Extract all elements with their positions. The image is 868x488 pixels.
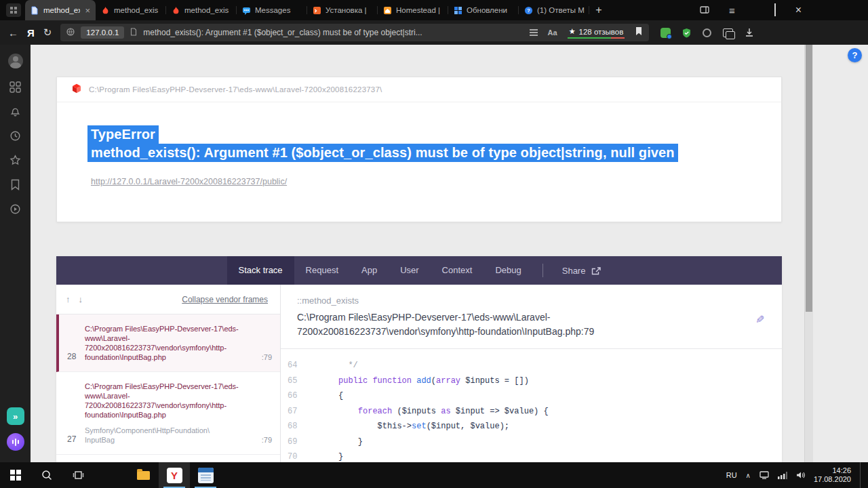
tab-request[interactable]: Request xyxy=(294,256,350,285)
page-scrollbar[interactable] xyxy=(804,45,813,462)
tab-stack-trace[interactable]: Stack trace xyxy=(227,256,294,285)
extension-green-icon[interactable] xyxy=(660,28,671,38)
start-button[interactable] xyxy=(0,462,31,488)
frame-file-path: C:\Program Files\EasyPHP-Devserver-17\ed… xyxy=(297,310,663,339)
browser-tab[interactable]: method_exis xyxy=(96,0,166,20)
help-button[interactable]: ? xyxy=(848,48,862,62)
tab-user[interactable]: User xyxy=(389,256,430,285)
translate-icon[interactable]: Aа xyxy=(548,28,557,37)
code-line: 65public function add(array $inputs = []… xyxy=(281,373,782,389)
tab-list-button[interactable] xyxy=(6,3,21,17)
tray-app-icon[interactable] xyxy=(760,471,769,479)
sidebar-item-bookmarks[interactable] xyxy=(9,155,21,166)
address-bar[interactable]: 127.0.0.1 method_exists(): Argument #1 (… xyxy=(60,24,649,41)
show-desktop-button[interactable] xyxy=(860,462,864,488)
shield-extension-icon[interactable] xyxy=(682,28,691,38)
reload-button[interactable]: ↻ xyxy=(43,26,52,39)
tab-title: (1) Ответы М xyxy=(537,6,585,14)
browser-tab[interactable]: Обновлени xyxy=(448,0,519,20)
clock-icon xyxy=(9,130,21,142)
browser-tab[interactable]: Messages xyxy=(237,0,307,20)
code-line: 67 foreach ($inputs as $input => $value)… xyxy=(281,404,782,420)
app-button[interactable] xyxy=(190,462,221,488)
apps-grid-icon xyxy=(9,81,21,93)
url-host-badge[interactable]: 127.0.0.1 xyxy=(81,26,124,39)
browser-toolbar: ← Я ↻ 127.0.0.1 method_exists(): Argumen… xyxy=(0,20,868,45)
code-text: { xyxy=(317,391,343,401)
profile-button[interactable] xyxy=(8,54,23,68)
alice-assistant-button[interactable] xyxy=(7,433,24,451)
reviews-count: 128 отзывов xyxy=(579,28,624,36)
hidden-icons-chevron[interactable]: ∧ xyxy=(746,472,751,479)
browser-tab[interactable]: Установка | xyxy=(307,0,378,20)
extension-icons xyxy=(660,28,754,38)
tab-close-icon[interactable]: × xyxy=(84,6,91,15)
tab-title: method_exi xyxy=(43,6,80,14)
page-icon xyxy=(130,26,137,39)
maximize-icon xyxy=(774,3,776,16)
windows-logo-icon xyxy=(10,470,21,481)
code-line: 70} xyxy=(281,449,782,462)
prev-frame-button[interactable]: ↑ xyxy=(66,294,71,304)
stack-frame-27[interactable]: 27 C:\Program Files\EasyPHP-Devserver-17… xyxy=(56,372,280,455)
file-explorer-button[interactable] xyxy=(127,462,159,488)
public-url-link[interactable]: http://127.0.0.1/Laravel-7200x2008162237… xyxy=(91,177,287,186)
browser-tab[interactable]: method_exis xyxy=(166,0,237,20)
sidebar-item-video[interactable] xyxy=(9,203,21,215)
tab-title: method_exis xyxy=(114,6,161,14)
side-panel-icon[interactable] xyxy=(700,4,709,16)
language-indicator[interactable]: RU xyxy=(726,471,737,479)
sidebar-item-collections[interactable] xyxy=(10,179,20,190)
reviews-badge[interactable]: ★ 128 отзывов xyxy=(568,26,625,39)
share-button[interactable]: Share xyxy=(553,266,612,276)
browser-tab-active[interactable]: method_exi × xyxy=(25,0,96,20)
frame-path: C:\Program Files\EasyPHP-Devserver-17\ed… xyxy=(85,382,258,445)
tab-manager-icon[interactable] xyxy=(723,28,733,37)
download-icon[interactable] xyxy=(745,28,754,37)
new-tab-button[interactable]: + xyxy=(589,4,608,16)
frame-path-line: foundation\InputBag.php xyxy=(85,410,258,420)
browser-tab[interactable]: ? (1) Ответы М xyxy=(519,0,589,20)
next-frame-button[interactable]: ↓ xyxy=(79,294,83,304)
tab-debug[interactable]: Debug xyxy=(484,256,532,285)
svg-text:?: ? xyxy=(527,7,530,14)
open-in-editor-icon[interactable]: ✎ xyxy=(755,313,764,326)
yandex-browser-button[interactable]: Y xyxy=(159,462,190,488)
network-icon[interactable] xyxy=(778,472,787,479)
tab-context[interactable]: Context xyxy=(431,256,484,285)
sidebar-item-tableau[interactable] xyxy=(9,81,21,93)
frame-path-line: 7200x200816223737\vendor\symfony\http- xyxy=(85,343,258,352)
collapse-vendor-frames-link[interactable]: Collapse vendor frames xyxy=(182,295,268,304)
close-button[interactable]: × xyxy=(795,5,802,16)
task-view-button[interactable] xyxy=(62,462,94,488)
back-button[interactable]: ← xyxy=(8,27,18,39)
bookmark-icon[interactable] xyxy=(635,26,643,39)
ignition-tab-bar: Stack trace Request App User Context Deb… xyxy=(56,256,782,285)
sidebar-item-history[interactable] xyxy=(9,130,21,142)
browser-tab[interactable]: Homestead | xyxy=(378,0,448,20)
scrollbar-thumb[interactable] xyxy=(806,45,812,312)
page-viewport: ? C:\Program Files\EasyPHP-Devserver-17\… xyxy=(31,45,868,462)
tab-divider xyxy=(542,264,543,277)
browser-tab-strip: method_exi × method_exis method_exis Mes… xyxy=(0,0,868,20)
yandex-logo[interactable]: Я xyxy=(27,27,35,39)
frame-class-line: InputBag xyxy=(85,435,258,445)
side-panel-toggle[interactable]: » xyxy=(7,407,24,425)
tab-app[interactable]: App xyxy=(350,256,389,285)
volume-icon[interactable] xyxy=(796,471,805,479)
stack-frame-28[interactable]: 28 C:\Program Files\EasyPHP-Devserver-17… xyxy=(56,314,280,372)
share-icon xyxy=(591,266,601,275)
taskbar-search-button[interactable] xyxy=(31,462,62,488)
task-view-icon xyxy=(73,470,84,480)
menu-icon[interactable]: ≡ xyxy=(729,5,735,16)
taskbar-clock[interactable]: 14:26 17.08.2020 xyxy=(814,466,851,484)
frame-class-line: Symfony\Component\HttpFoundation\ xyxy=(85,426,258,435)
sidebar-item-notifications[interactable] xyxy=(9,106,21,117)
frame-path-line: C:\Program Files\EasyPHP-Devserver-17\ed… xyxy=(85,382,258,391)
tab-title: Messages xyxy=(255,6,302,14)
extension-ring-icon[interactable] xyxy=(703,28,711,37)
reader-mode-icon[interactable] xyxy=(530,28,538,38)
maximize-button[interactable] xyxy=(774,4,776,16)
frame-line-number: :79 xyxy=(258,436,272,445)
line-number: 70 xyxy=(281,452,317,462)
